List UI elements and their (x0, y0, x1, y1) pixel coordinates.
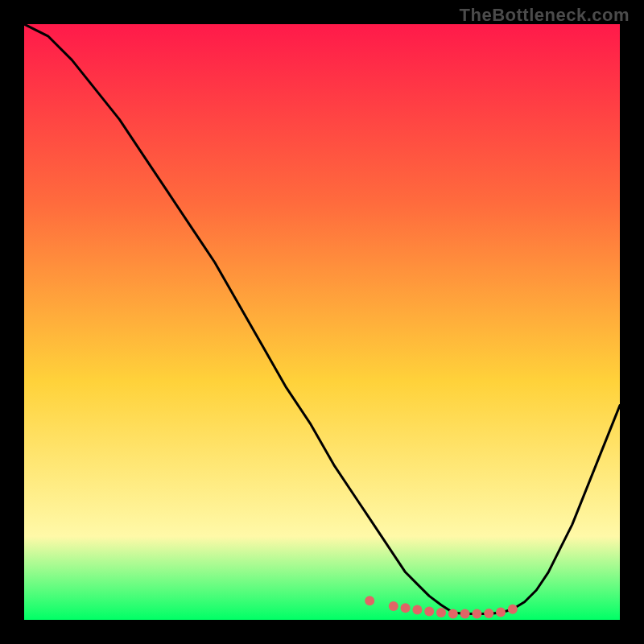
optimum-dot (448, 609, 458, 619)
optimum-dot (424, 607, 434, 617)
optimum-dot (412, 605, 422, 614)
optimum-dot (484, 609, 493, 618)
optimum-dot (389, 601, 398, 611)
chart-svg (24, 24, 620, 620)
watermark-text: TheBottleneck.com (460, 5, 630, 26)
plot-area (24, 24, 620, 620)
optimum-dot (365, 596, 374, 605)
optimum-dot (496, 607, 506, 617)
optimum-dot (460, 609, 470, 619)
optimum-dot (472, 609, 481, 619)
optimum-dot (401, 603, 411, 613)
optimum-dot (508, 605, 518, 614)
chart-frame: TheBottleneck.com (0, 0, 644, 644)
optimum-dot (436, 608, 446, 617)
